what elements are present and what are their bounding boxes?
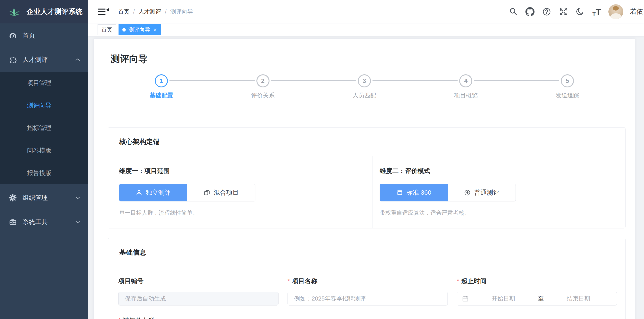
tags-view-bar: 首页 测评向导 × bbox=[88, 24, 644, 36]
github-icon[interactable] bbox=[525, 7, 535, 17]
breadcrumb-current: 测评向导 bbox=[170, 8, 193, 15]
project-scope-segmented-control: 独立测评 混合项目 bbox=[119, 184, 255, 202]
sidebar-submenu-talent: 项目管理 测评向导 指标管理 问卷模版 报告模版 bbox=[0, 72, 88, 184]
field-project-name: * 项目名称 bbox=[288, 277, 448, 306]
box-icon bbox=[396, 189, 403, 196]
option-standard-360[interactable]: 标准 360 bbox=[380, 184, 448, 202]
wizard-header: 测评向导 1 基础配置 2 评价关系 3 人员匹配 bbox=[94, 39, 635, 109]
chevron-down-icon bbox=[75, 195, 81, 201]
card-basic-info: 基础信息 项目编号 * 项目名称 bbox=[108, 238, 626, 319]
option-independent-assessment[interactable]: 独立测评 bbox=[119, 184, 187, 202]
dark-mode-moon-icon[interactable] bbox=[575, 7, 585, 17]
field-label: * 起止时间 bbox=[457, 277, 617, 286]
required-mark: * bbox=[288, 278, 290, 285]
step-number: 1 bbox=[155, 74, 168, 88]
calendar-icon bbox=[462, 295, 469, 302]
sidebar-fold-icon[interactable] bbox=[97, 7, 109, 16]
search-icon[interactable] bbox=[508, 7, 518, 17]
fullscreen-icon[interactable] bbox=[558, 7, 568, 17]
dimension-hint: 带权重自适应算法，适合严肃考核。 bbox=[380, 209, 614, 216]
sidebar-item-label: 系统工具 bbox=[22, 218, 48, 226]
dimension-label: 维度一：项目范围 bbox=[119, 167, 361, 175]
step-label: 项目概览 bbox=[454, 92, 478, 99]
evaluation-mode-segmented-control: 标准 360 普通测评 bbox=[380, 184, 516, 202]
step-number: 5 bbox=[561, 74, 574, 88]
sidebar-item-tools[interactable]: 系统工具 bbox=[0, 210, 88, 234]
start-date-placeholder[interactable]: 开始日期 bbox=[470, 295, 537, 302]
step-label: 发送追踪 bbox=[556, 92, 579, 99]
app-logo[interactable]: 企业人才测评系统 bbox=[0, 0, 88, 24]
dashboard-icon bbox=[9, 32, 17, 40]
step-send-tracking: 5 发送追踪 bbox=[517, 74, 618, 99]
sidebar-item-org[interactable]: 组织管理 bbox=[0, 186, 88, 210]
step-basic-config: 1 基础配置 bbox=[111, 74, 212, 99]
project-name-input[interactable] bbox=[288, 292, 448, 306]
dimension-evaluation-mode: 维度二：评价模式 标准 360 bbox=[372, 156, 625, 228]
project-no-input bbox=[118, 292, 278, 306]
step-number: 3 bbox=[358, 74, 371, 88]
sidebar-item-report-templates[interactable]: 报告模版 bbox=[0, 162, 88, 184]
avatar[interactable] bbox=[608, 4, 623, 19]
option-normal-assessment[interactable]: 普通测评 bbox=[448, 184, 516, 202]
basic-info-form: 项目编号 * 项目名称 * 起止时间 bbox=[108, 267, 625, 319]
toolbox-icon bbox=[9, 218, 17, 226]
field-project-no: 项目编号 bbox=[118, 277, 278, 306]
sidebar-item-home[interactable]: 首页 bbox=[0, 24, 88, 48]
option-mixed-project[interactable]: 混合项目 bbox=[187, 184, 255, 202]
dimension-label: 维度二：评价模式 bbox=[380, 167, 614, 175]
breadcrumb-home[interactable]: 首页 bbox=[118, 8, 129, 15]
plant-logo-icon bbox=[8, 5, 21, 18]
end-date-placeholder[interactable]: 结束日期 bbox=[545, 295, 612, 302]
lightning-circle-icon bbox=[464, 189, 471, 196]
step-label: 人员匹配 bbox=[353, 92, 376, 99]
breadcrumb-separator: / bbox=[133, 8, 135, 15]
step-evaluation-relations: 2 评价关系 bbox=[212, 74, 314, 99]
step-project-overview: 4 项目概览 bbox=[415, 74, 516, 99]
navbar-actions: TT 若依 bbox=[508, 4, 644, 19]
sidebar-item-project-mgmt[interactable]: 项目管理 bbox=[0, 72, 88, 94]
sidebar-item-talent[interactable]: 人才测评 bbox=[0, 48, 88, 72]
field-label: 项目编号 bbox=[118, 277, 278, 286]
required-mark: * bbox=[118, 317, 121, 319]
active-tag-dot bbox=[122, 28, 126, 32]
step-number: 4 bbox=[459, 74, 472, 88]
sidebar-item-label: 人才测评 bbox=[22, 56, 48, 64]
field-label-target-group: * 被评价人群 bbox=[118, 316, 617, 319]
font-size-icon[interactable]: TT bbox=[592, 7, 602, 17]
step-label: 基础配置 bbox=[150, 92, 173, 99]
step-number: 2 bbox=[256, 74, 270, 88]
username[interactable]: 若依 bbox=[630, 7, 643, 16]
sidebar-item-questionnaire-templates[interactable]: 问卷模版 bbox=[0, 139, 88, 162]
user-icon bbox=[136, 189, 142, 196]
dimension-hint: 单一目标人群，流程线性简单。 bbox=[119, 209, 361, 216]
close-icon[interactable]: × bbox=[153, 27, 157, 33]
page-title: 测评向导 bbox=[111, 53, 148, 65]
app-title: 企业人才测评系统 bbox=[26, 7, 82, 16]
help-icon[interactable] bbox=[542, 7, 552, 17]
overlap-documents-icon bbox=[204, 189, 210, 196]
architecture-dimensions: 维度一：项目范围 独立测评 bbox=[108, 156, 625, 228]
sidebar-item-assessment-wizard[interactable]: 测评向导 bbox=[0, 94, 88, 117]
required-mark: * bbox=[457, 278, 459, 285]
breadcrumb-separator: / bbox=[165, 8, 166, 15]
wizard-steps: 1 基础配置 2 评价关系 3 人员匹配 4 项目概览 bbox=[111, 74, 618, 99]
main-content: 测评向导 1 基础配置 2 评价关系 3 人员匹配 bbox=[88, 36, 644, 319]
sidebar-item-label: 组织管理 bbox=[22, 194, 48, 202]
step-label: 评价关系 bbox=[251, 92, 275, 99]
breadcrumb: 首页 / 人才测评 / 测评向导 bbox=[118, 8, 193, 15]
date-range-picker[interactable]: 开始日期 至 结束日期 bbox=[457, 292, 617, 306]
dimension-project-scope: 维度一：项目范围 独立测评 bbox=[108, 156, 372, 228]
tag-home[interactable]: 首页 bbox=[98, 24, 116, 35]
wizard-page: 测评向导 1 基础配置 2 评价关系 3 人员匹配 bbox=[94, 38, 635, 319]
sidebar-item-indicator-mgmt[interactable]: 指标管理 bbox=[0, 117, 88, 139]
date-range-separator: 至 bbox=[538, 295, 544, 302]
chevron-down-icon bbox=[75, 219, 81, 225]
breadcrumb-section[interactable]: 人才测评 bbox=[138, 8, 161, 15]
sidebar-item-label: 首页 bbox=[22, 31, 35, 40]
chevron-up-icon bbox=[75, 57, 81, 63]
field-label: * 项目名称 bbox=[288, 277, 448, 286]
tag-assessment-wizard[interactable]: 测评向导 × bbox=[118, 24, 161, 35]
field-date-range: * 起止时间 bbox=[457, 277, 617, 306]
top-navbar: 首页 / 人才测评 / 测评向导 bbox=[88, 0, 644, 24]
puzzle-icon bbox=[9, 56, 17, 64]
